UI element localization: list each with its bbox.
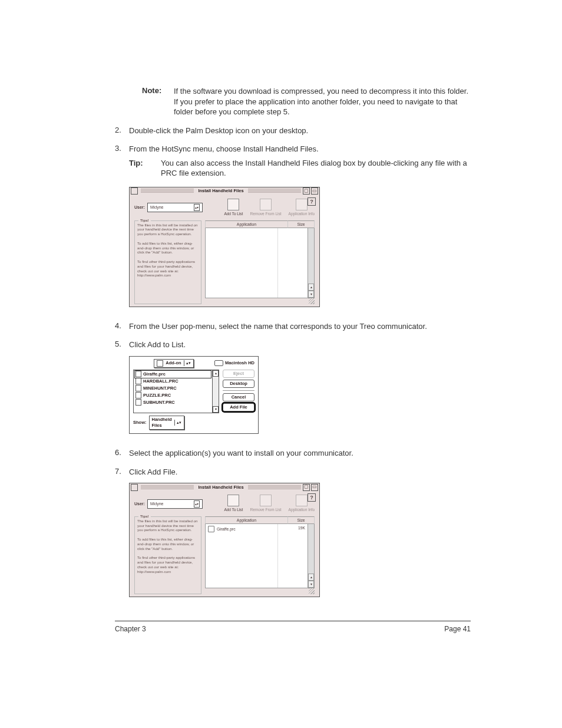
resize-grip-icon[interactable] — [309, 588, 315, 594]
window-title: Install Handheld Files — [196, 188, 246, 194]
add-to-list-label: Add To List — [224, 508, 243, 513]
vertical-scrollbar[interactable]: ▴ ▾ — [212, 370, 219, 413]
step2-text: Double-click the Palm Desktop icon on yo… — [129, 126, 471, 136]
chevron-updown-icon: ▴▾ — [194, 204, 200, 211]
file-list[interactable]: Giraffe.prc 19K ▴ ▾ — [205, 524, 315, 588]
title-ruling — [248, 189, 301, 193]
tip-label: Tip: — [129, 158, 161, 179]
scroll-down-icon[interactable]: ▾ — [308, 581, 314, 588]
tips-title: Tips! — [138, 514, 151, 519]
file-name: Giraffe.prc — [143, 371, 166, 377]
file-list-empty[interactable]: ▴ ▾ — [205, 228, 315, 298]
file-icon — [135, 378, 141, 384]
close-box-icon[interactable] — [131, 187, 138, 195]
tip-text: You can also access the Install Handheld… — [161, 158, 471, 179]
collapse-box-icon[interactable]: ▭ — [311, 187, 318, 195]
step3-num: 3. — [115, 144, 129, 313]
application-info-button[interactable]: Application Info — [289, 495, 315, 513]
list-item[interactable]: MINEHUNT.PRC — [135, 385, 211, 392]
list-item[interactable]: Giraffe.prc — [135, 371, 211, 378]
step3-text: From the HotSync menu, choose Install Ha… — [129, 144, 471, 154]
remove-from-list-button[interactable]: Remove From List — [250, 495, 281, 513]
title-ruling — [248, 485, 301, 490]
note-label: Note: — [142, 86, 174, 117]
file-icon — [135, 392, 141, 398]
collapse-box-icon[interactable]: ▭ — [311, 484, 318, 491]
add-to-list-button[interactable]: Add To List — [224, 495, 243, 513]
user-label: User: — [134, 501, 145, 506]
show-dropdown[interactable]: Handheld Files ▴▾ — [149, 416, 184, 430]
add-file-button[interactable]: Add File — [223, 403, 254, 411]
step2-num: 2. — [115, 126, 129, 136]
tips-panel: Tips! The files in this list will be ins… — [134, 220, 201, 304]
step6-num: 6. — [115, 448, 129, 459]
tips-text-1: The files in this list will be installed… — [137, 223, 199, 236]
column-header-size[interactable]: Size — [287, 220, 315, 228]
file-icon — [135, 371, 141, 377]
close-box-icon[interactable] — [131, 484, 138, 491]
tips-title: Tips! — [138, 218, 151, 223]
user-dropdown[interactable]: Midyne ▴▾ — [147, 499, 203, 509]
column-header-application[interactable]: Application — [205, 516, 287, 524]
app-name: Giraffe.prc — [217, 526, 236, 532]
list-item[interactable]: PUZZLE.PRC — [135, 392, 211, 399]
step4-num: 4. — [115, 321, 129, 332]
desktop-button[interactable]: Desktop — [223, 380, 254, 388]
vertical-scrollbar[interactable]: ▴ ▾ — [308, 228, 314, 298]
step6-text: Select the application(s) you want to in… — [129, 448, 471, 459]
zoom-box-icon[interactable]: ▢ — [303, 484, 310, 491]
table-row[interactable]: Giraffe.prc — [208, 525, 275, 533]
scroll-down-icon[interactable]: ▾ — [213, 406, 219, 413]
step5-num: 5. — [115, 340, 129, 440]
scroll-up-icon[interactable]: ▴ — [308, 574, 314, 581]
footer-chapter: Chapter 3 — [115, 625, 146, 633]
chevron-updown-icon: ▴▾ — [194, 500, 200, 508]
folder-dropdown[interactable]: Add-on ▴▾ — [154, 359, 193, 368]
vertical-scrollbar[interactable]: ▴ ▾ — [308, 524, 314, 588]
column-header-size[interactable]: Size — [287, 516, 315, 524]
application-info-icon — [296, 199, 308, 210]
scroll-up-icon[interactable]: ▴ — [308, 284, 314, 291]
add-to-list-icon — [227, 495, 239, 506]
remove-from-list-button[interactable]: Remove From List — [250, 199, 281, 217]
note-text: If the software you download is compress… — [174, 86, 471, 117]
list-item[interactable]: HARDBALL.PRC — [135, 378, 211, 385]
application-info-button[interactable]: Application Info — [289, 199, 315, 217]
user-dropdown[interactable]: Midyne ▴▾ — [147, 203, 203, 212]
column-header-application[interactable]: Application — [205, 220, 287, 228]
show-value: Handheld Files — [152, 417, 172, 429]
remove-from-list-icon — [260, 495, 272, 506]
add-to-list-label: Add To List — [224, 212, 243, 217]
scroll-down-icon[interactable]: ▾ — [308, 291, 314, 298]
remove-from-list-label: Remove From List — [250, 212, 281, 217]
tips-text-3: To find other third-party applications a… — [137, 259, 199, 278]
file-name: PUZZLE.PRC — [143, 393, 171, 398]
add-to-list-button[interactable]: Add To List — [224, 199, 243, 217]
file-picker-dialog: Add-on ▴▾ Macintosh HD Giraffe.prc — [129, 356, 259, 434]
file-name: MINEHUNT.PRC — [143, 386, 177, 391]
title-ruling — [141, 485, 194, 490]
tips-text-3: To find other third-party applications a… — [137, 555, 199, 574]
folder-icon — [157, 360, 163, 367]
application-info-icon — [296, 495, 308, 506]
add-to-list-icon — [227, 199, 239, 210]
hard-disk-icon — [214, 360, 223, 366]
title-ruling — [141, 189, 194, 193]
chevron-updown-icon: ▴▾ — [184, 360, 191, 366]
file-icon — [135, 399, 141, 406]
scroll-up-icon[interactable]: ▴ — [213, 370, 219, 377]
show-label: Show: — [133, 420, 147, 426]
cancel-button[interactable]: Cancel — [223, 393, 254, 401]
step5-text: Click Add to List. — [129, 340, 471, 350]
step4-text: From the User pop-menu, select the name … — [129, 321, 471, 332]
step7-text: Click Add File. — [129, 467, 471, 477]
list-item[interactable]: SUBHUNT.PRC — [135, 399, 211, 406]
disk-name: Macintosh HD — [225, 360, 254, 366]
file-list[interactable]: Giraffe.prc HARDBALL.PRC MINEHUNT.PRC PU… — [133, 370, 219, 413]
zoom-box-icon[interactable]: ▢ — [303, 187, 310, 195]
resize-grip-icon[interactable] — [309, 298, 315, 304]
remove-from-list-icon — [260, 199, 272, 210]
user-label: User: — [134, 205, 145, 210]
footer-page: Page 41 — [444, 625, 471, 633]
application-info-label: Application Info — [289, 212, 315, 217]
